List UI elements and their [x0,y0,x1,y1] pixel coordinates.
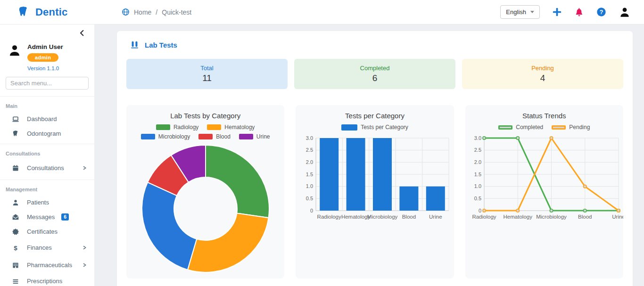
sidebar-item-patients[interactable]: Patients [0,195,94,210]
svg-text:0: 0 [479,208,481,213]
svg-text:?: ? [600,9,603,16]
svg-text:0: 0 [310,208,313,213]
legend-item-pending[interactable]: Pending [552,124,590,131]
chart-legend: RadiologyHematologyMicrobiologyBloodUrin… [128,124,283,140]
svg-text:2.5: 2.5 [474,147,481,153]
sidebar: Admin User admin Version 1.1.0 MainDashb… [0,25,94,286]
svg-text:Radiology: Radiology [472,214,496,220]
legend-swatch [141,134,155,139]
language-select[interactable]: English [500,5,540,19]
legend-item-tests-per-category[interactable]: Tests per Category [341,124,408,131]
legend-label: Radiology [173,124,198,131]
svg-text:Urine: Urine [429,214,442,220]
calendar-icon [11,164,20,172]
donut-chart-card: Lab Tests by CategoryRadiologyHematology… [126,105,284,278]
sidebar-item-prescriptions[interactable]: Prescriptions [0,274,94,286]
tooth-icon [17,6,30,18]
person-icon [11,199,20,206]
svg-text:0.5: 0.5 [474,196,481,201]
sidebar-item-label: Prescriptions [27,278,62,285]
donut-slice-microbiology [142,182,197,270]
breadcrumb-current: Quick-test [162,8,191,16]
donut-slice-radiology [206,145,269,218]
sidebar-item-certificates[interactable]: Certificates [0,224,94,239]
legend-label: Microbiology [158,133,190,140]
sidebar-item-label: Odontogram [27,130,61,137]
sidebar-item-pharmaceuticals[interactable]: Pharmaceuticals [0,256,94,274]
unread-count-badge: 6 [61,213,69,221]
panel-header: Lab Tests [126,39,623,51]
chevron-right-icon [82,262,88,268]
app-root: Dentic Home / Quick-test English ? [0,0,644,286]
svg-text:0.5: 0.5 [306,196,313,201]
legend-item-radiology[interactable]: Radiology [156,124,198,131]
page-title: Lab Tests [145,41,177,49]
sidebar-item-label: Patients [27,199,49,206]
chevron-right-icon [82,165,88,171]
svg-text:Blood: Blood [402,214,416,220]
section-label: Consultations [0,146,94,159]
sidebar-collapse-button[interactable] [0,25,94,37]
tooth-icon [11,130,20,138]
chart-title: Lab Tests by Category [126,105,284,120]
line-chart-card: Status TrendsCompletedPending00.51.01.52… [465,105,623,278]
legend-item-completed[interactable]: Completed [498,124,543,131]
top-header: Dentic Home / Quick-test English ? [0,0,644,25]
stats-row: Total11Completed6Pending4 [126,59,623,89]
svg-text:2.0: 2.0 [306,159,313,165]
data-point [617,209,620,212]
sidebar-item-consultations[interactable]: Consultations [0,159,94,177]
breadcrumb-separator: / [156,8,157,16]
stat-value: 11 [202,73,212,83]
sidebar-nav: MainDashboardOdontogramConsultationsCons… [0,96,94,286]
legend-label: Completed [516,124,543,131]
data-point [550,137,553,139]
stat-value: 4 [540,73,545,83]
chevron-right-icon [82,245,88,251]
bell-icon[interactable] [574,7,584,17]
sidebar-item-odontogram[interactable]: Odontogram [0,126,94,141]
legend-label: Tests per Category [361,124,408,131]
svg-text:Blood: Blood [578,214,592,220]
legend-swatch [498,125,512,130]
stat-label: Completed [360,65,390,72]
sidebar-item-messages[interactable]: Messages6 [0,210,94,224]
avatar [8,43,22,57]
legend-swatch [156,124,170,130]
data-point [516,209,519,212]
stat-value: 6 [372,73,378,83]
version-label: Version 1.1.0 [27,65,59,71]
sidebar-item-finances[interactable]: $Finances [0,239,94,256]
nav-section-consultations: ConsultationsConsultations [0,144,94,180]
help-icon[interactable]: ? [596,7,606,17]
header-actions: English ? [500,5,644,19]
svg-text:2.0: 2.0 [474,159,481,165]
nav-section-management: ManagementPatientsMessages6Certificates$… [0,180,94,286]
brand-logo[interactable]: Dentic [0,6,94,18]
user-icon[interactable] [619,6,631,18]
legend-item-microbiology[interactable]: Microbiology [141,133,190,140]
lab-tests-panel: Lab Tests Total11Completed6Pending4 Lab … [117,31,633,286]
legend-item-blood[interactable]: Blood [198,133,231,140]
charts-row: Lab Tests by CategoryRadiologyHematology… [126,105,623,278]
search-input[interactable] [6,77,89,90]
nav-section-main: MainDashboardOdontogram [0,96,94,144]
bar-urine [426,187,445,211]
envelope-icon [11,213,20,221]
chart-title: Tests per Category [296,105,454,120]
data-point [483,209,486,212]
legend-label: Blood [216,133,231,140]
plus-icon[interactable] [552,7,562,17]
chevron-left-icon [78,29,86,37]
donut-slice-hematology [188,213,269,272]
laptop-icon [11,115,20,123]
chart-title: Status Trends [465,105,623,120]
legend-swatch [552,125,566,130]
svg-text:1.0: 1.0 [474,183,481,189]
legend-item-hematology[interactable]: Hematology [207,124,255,131]
legend-swatch [239,134,253,139]
legend-item-urine[interactable]: Urine [239,133,270,140]
sidebar-item-dashboard[interactable]: Dashboard [0,112,94,126]
chart-legend: Tests per Category [297,124,453,131]
breadcrumb-home[interactable]: Home [134,8,151,16]
